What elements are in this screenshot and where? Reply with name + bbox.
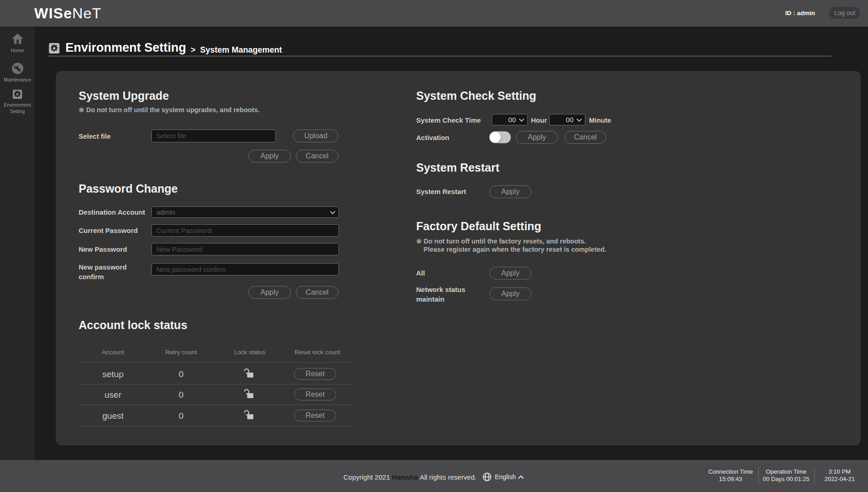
svg-text:WISe: WISe <box>34 5 72 22</box>
svg-text:NeT: NeT <box>72 5 102 22</box>
